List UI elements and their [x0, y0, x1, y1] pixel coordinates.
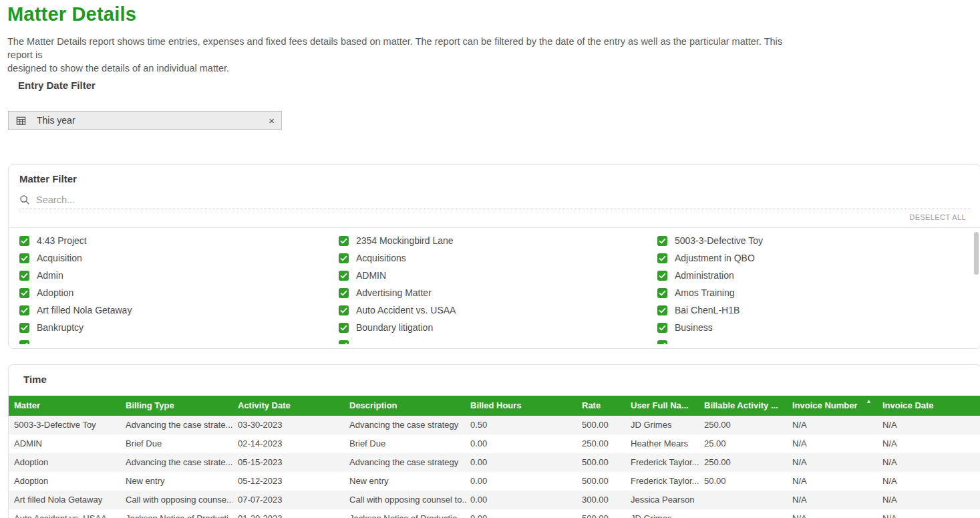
clear-date-filter-icon[interactable]: ×: [269, 116, 275, 126]
time-table-cell: 500.00: [582, 453, 626, 472]
matter-checkbox-item[interactable]: Admin: [19, 267, 63, 284]
checkbox-checked-icon[interactable]: [19, 323, 29, 333]
checkbox-checked-icon[interactable]: [339, 305, 349, 315]
time-column-header[interactable]: Billable Activity ...: [704, 396, 788, 416]
matter-checkbox-item[interactable]: Advertising Matter: [339, 284, 432, 301]
time-column-header[interactable]: Rate: [582, 396, 626, 416]
matter-checkbox-item[interactable]: Administration: [657, 267, 734, 284]
matter-checkbox-label: 5003-3-Defective Toy: [675, 235, 763, 246]
time-table-cell: 05-15-2023: [238, 453, 345, 472]
time-table-cell: Jackson Notice of Producti...: [126, 509, 232, 518]
checkbox-checked-icon[interactable]: [19, 253, 29, 263]
time-table-row: AdoptionNew entry05-12-2023New entry0.00…: [9, 472, 980, 491]
checkbox-checked-icon[interactable]: [657, 323, 667, 333]
calendar-icon: [16, 116, 26, 126]
checkbox-checked-icon[interactable]: [19, 236, 29, 246]
checkbox-checked-icon[interactable]: [339, 271, 349, 281]
time-table-cell: Heather Mears: [631, 434, 700, 453]
time-table-cell: Call with opposing counsel to...: [349, 491, 466, 509]
time-column-header[interactable]: Activity Date: [238, 396, 345, 416]
time-table-cell: 0.00: [470, 434, 577, 453]
time-column-header[interactable]: Description: [349, 396, 466, 416]
time-table-row: 5003-3-Defective ToyAdvancing the case s…: [9, 416, 980, 434]
matter-checkbox-item[interactable]: Acquisitions: [339, 249, 406, 267]
time-table-cell: 02-14-2023: [238, 434, 345, 453]
matter-checkbox-item[interactable]: 4:43 Project: [19, 232, 87, 249]
matter-list-scrollbar[interactable]: [974, 232, 979, 275]
matter-checkbox-label: Adoption: [37, 287, 73, 298]
time-table-cell: Jessica Pearson: [631, 491, 700, 509]
checkbox-checked-icon[interactable]: [657, 305, 667, 315]
checkbox-checked-icon[interactable]: [339, 288, 349, 298]
matter-checkbox-item[interactable]: Auto Accident vs. USAA: [339, 301, 456, 319]
matter-checkbox-item[interactable]: 2354 Mockingbird Lane: [339, 232, 454, 249]
time-table-cell: N/A: [792, 491, 878, 509]
matter-checkbox-item[interactable]: Amos Training: [657, 284, 734, 301]
time-table-cell: N/A: [792, 416, 878, 434]
time-table-cell: Adoption: [14, 472, 121, 491]
matter-checkbox-label: Art filled Nola Getaway: [37, 305, 132, 315]
matter-checkbox-label: Bai ChenL-H1B: [675, 305, 740, 315]
time-table-cell: 0.00: [470, 491, 577, 509]
matter-details-report-page: Matter Details The Matter Details report…: [0, 0, 980, 518]
time-table-cell: 03-30-2023: [238, 416, 345, 434]
deselect-all-button[interactable]: DESELECT ALL: [909, 213, 966, 221]
time-column-header[interactable]: User Full Na...: [631, 396, 700, 416]
time-table-cell: 500.00: [582, 416, 626, 434]
checkbox-checked-icon[interactable]: [339, 323, 349, 333]
matter-checkbox-item[interactable]: Bankruptcy: [19, 319, 84, 336]
time-table-row: Auto Accident vs. USAAJackson Notice of …: [9, 509, 980, 518]
time-column-header[interactable]: Invoice Date: [882, 396, 980, 416]
matter-checkbox-item[interactable]: Acquisition: [19, 249, 82, 267]
checkbox-checked-icon[interactable]: [19, 271, 29, 281]
time-table-cell: 0.00: [470, 509, 577, 518]
time-table-cell: Auto Accident vs. USAA: [14, 509, 121, 518]
matter-checkbox-item[interactable]: Business: [657, 319, 713, 336]
time-table-cell: N/A: [792, 434, 878, 453]
checkbox-checked-icon[interactable]: [19, 288, 29, 298]
time-column-header[interactable]: Matter: [14, 396, 121, 416]
matter-checkbox-item[interactable]: Boundary litigation: [339, 319, 433, 336]
time-table-cell: Advancing the case strategy: [349, 453, 466, 472]
time-table-cell: 0.50: [470, 416, 577, 434]
checkbox-checked-icon[interactable]: [339, 236, 349, 246]
time-table-cell: 250.00: [704, 416, 788, 434]
entry-date-filter-chip[interactable]: This year ×: [8, 111, 282, 130]
time-table-cell: Jackson Notice of Productio...: [349, 509, 466, 518]
time-table-cell: 500.00: [582, 509, 626, 518]
sort-ascending-icon[interactable]: ▲: [866, 398, 872, 404]
matter-checkbox-item[interactable]: Bai ChenL-H1B: [657, 301, 740, 319]
time-table-cell: N/A: [882, 491, 980, 509]
matter-search-input[interactable]: [36, 195, 303, 205]
matter-checkbox-label: Adjustment in QBO: [675, 253, 755, 263]
matter-checkbox-item[interactable]: [19, 336, 37, 344]
checkbox-checked-icon[interactable]: [657, 236, 667, 246]
checkbox-checked-icon[interactable]: [339, 340, 349, 345]
time-table-cell: N/A: [792, 509, 878, 518]
checkbox-checked-icon[interactable]: [657, 271, 667, 281]
checkbox-checked-icon[interactable]: [657, 288, 667, 298]
matter-checkbox-item[interactable]: 5003-3-Defective Toy: [657, 232, 763, 249]
time-table-cell: Frederick Taylor...: [631, 472, 700, 491]
matter-filter-panel: Matter Filter DESELECT ALL 4:43 ProjectA…: [8, 164, 980, 349]
time-column-header[interactable]: Invoice Number: [792, 396, 878, 416]
matter-checkbox-label: Boundary litigation: [356, 322, 433, 333]
time-column-header[interactable]: Billing Type: [126, 396, 232, 416]
checkbox-checked-icon[interactable]: [19, 340, 29, 345]
matter-checkbox-item[interactable]: Adjustment in QBO: [657, 249, 755, 267]
matter-checkbox-item[interactable]: Adoption: [19, 284, 73, 301]
matter-checkbox-item[interactable]: [339, 336, 356, 344]
checkbox-checked-icon[interactable]: [657, 340, 667, 345]
time-table-cell: 0.00: [470, 453, 577, 472]
matter-checkbox-item[interactable]: Art filled Nola Getaway: [19, 301, 132, 319]
checkbox-checked-icon[interactable]: [339, 253, 349, 263]
time-table-cell: [704, 491, 788, 509]
matter-checkbox-label: Amos Training: [675, 287, 734, 298]
matter-search-row: [19, 190, 971, 209]
checkbox-checked-icon[interactable]: [657, 253, 667, 263]
time-column-header[interactable]: Billed Hours: [470, 396, 577, 416]
checkbox-checked-icon[interactable]: [19, 305, 29, 315]
page-title: Matter Details: [7, 3, 136, 25]
matter-checkbox-item[interactable]: [657, 336, 675, 344]
matter-checkbox-item[interactable]: ADMIN: [339, 267, 386, 284]
